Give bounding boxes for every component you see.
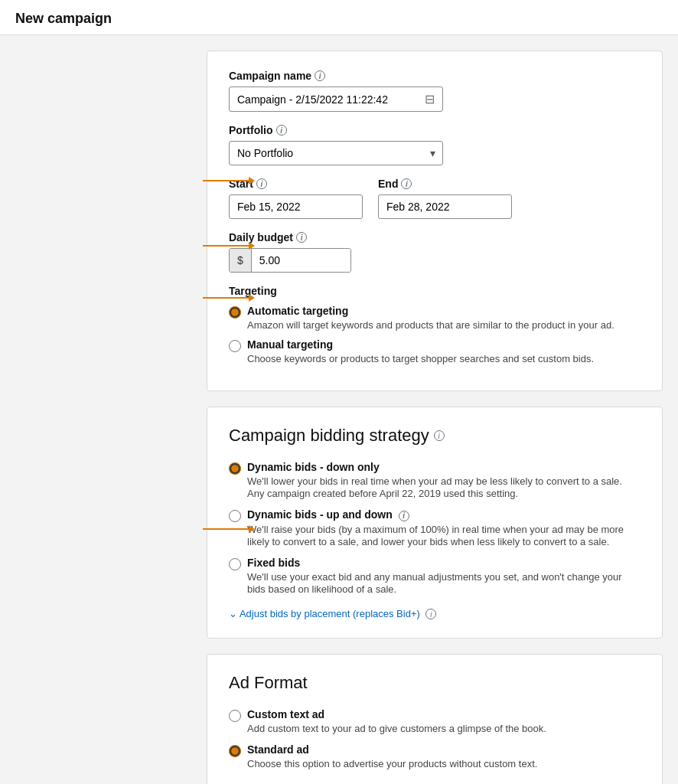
- budget-prefix: $: [230, 249, 252, 272]
- start-date-info-icon[interactable]: i: [256, 178, 267, 189]
- page-title: New campaign: [0, 0, 678, 35]
- daily-budget-input-wrapper: $: [229, 248, 351, 273]
- adjust-bids-link[interactable]: ⌄ Adjust bids by placement (replaces Bid…: [229, 608, 436, 619]
- fixed-bids-option: Fixed bids We'll use your exact bid and …: [229, 557, 641, 595]
- arrow-bidding: [203, 525, 255, 533]
- sidebar: [0, 35, 207, 784]
- campaign-name-input[interactable]: [237, 93, 425, 106]
- targeting-label: Targeting: [229, 285, 641, 297]
- dynamic-down-option: Dynamic bids - down only We'll lower you…: [229, 461, 641, 499]
- start-date-input[interactable]: [229, 194, 363, 219]
- dynamic-updown-text: Dynamic bids - up and down i We'll raise…: [247, 508, 641, 547]
- arrow-start-date: [203, 177, 255, 185]
- adjust-bids-info-icon[interactable]: i: [425, 609, 436, 619]
- campaign-name-calendar-icon: ⊟: [425, 92, 435, 106]
- auto-targeting-option: Automatic targeting Amazon will target k…: [229, 305, 641, 331]
- daily-budget-label: Daily budget i: [229, 231, 641, 243]
- custom-text-ad-label: Custom text ad: [247, 708, 546, 720]
- custom-text-ad-text: Custom text ad Add custom text to your a…: [247, 708, 546, 734]
- portfolio-select[interactable]: No Portfolio: [229, 141, 443, 165]
- dynamic-updown-label: Dynamic bids - up and down i: [247, 508, 641, 521]
- auto-targeting-text: Automatic targeting Amazon will target k…: [247, 305, 614, 331]
- campaign-name-input-wrapper: ⊟: [229, 87, 443, 112]
- auto-targeting-radio[interactable]: [229, 306, 241, 318]
- auto-targeting-label: Automatic targeting: [247, 305, 614, 317]
- custom-text-ad-desc: Add custom text to your ad to give custo…: [247, 723, 546, 734]
- dynamic-down-label: Dynamic bids - down only: [247, 461, 641, 473]
- standard-ad-radio[interactable]: [229, 745, 241, 757]
- campaign-settings-card: Campaign name i ⊟ Portfolio i No Portfol…: [207, 51, 663, 391]
- campaign-name-field: Campaign name i ⊟: [229, 70, 641, 112]
- dynamic-updown-desc: We'll raise your bids (by a maximum of 1…: [247, 524, 624, 547]
- dynamic-down-text: Dynamic bids - down only We'll lower you…: [247, 461, 641, 499]
- date-row: Start i End i: [229, 178, 641, 219]
- campaign-name-label: Campaign name i: [229, 70, 641, 82]
- end-date-info-icon[interactable]: i: [401, 178, 412, 189]
- arrow-daily-budget: [203, 242, 255, 250]
- targeting-section: Targeting Automatic targeting Amazon wil…: [229, 285, 641, 364]
- ad-format-title: Ad Format: [229, 673, 641, 693]
- fixed-bids-radio[interactable]: [229, 558, 241, 570]
- dynamic-down-radio[interactable]: [229, 462, 241, 475]
- content-area: Campaign name i ⊟ Portfolio i No Portfol…: [207, 35, 678, 784]
- ad-format-card: Ad Format Custom text ad Add custom text…: [207, 654, 663, 784]
- end-date-field: End i: [378, 178, 512, 219]
- bidding-strategy-info-icon[interactable]: i: [434, 430, 445, 441]
- arrow-targeting: [203, 294, 255, 302]
- custom-text-ad-radio[interactable]: [229, 710, 241, 722]
- portfolio-field: Portfolio i No Portfolio ▾: [229, 124, 641, 165]
- portfolio-label: Portfolio i: [229, 124, 641, 136]
- dynamic-updown-radio[interactable]: [229, 510, 241, 522]
- standard-ad-label: Standard ad: [247, 743, 537, 756]
- dynamic-down-desc: We'll lower your bids in real time when …: [247, 475, 622, 499]
- portfolio-select-wrapper: No Portfolio ▾: [229, 141, 443, 165]
- portfolio-info-icon[interactable]: i: [276, 125, 287, 136]
- campaign-name-info-icon[interactable]: i: [315, 70, 325, 81]
- auto-targeting-desc: Amazon will target keywords and products…: [247, 319, 614, 331]
- dynamic-updown-info-icon[interactable]: i: [399, 511, 409, 521]
- bidding-strategy-title: Campaign bidding strategy i: [229, 426, 641, 446]
- manual-targeting-radio[interactable]: [229, 340, 241, 352]
- manual-targeting-option: Manual targeting Choose keywords or prod…: [229, 338, 641, 364]
- end-date-input[interactable]: [378, 194, 512, 219]
- bidding-strategy-card: Campaign bidding strategy i Dynamic bids…: [207, 407, 663, 639]
- standard-ad-desc: Choose this option to advertise your pro…: [247, 758, 537, 769]
- daily-budget-input[interactable]: [252, 249, 350, 272]
- fixed-bids-desc: We'll use your exact bid and any manual …: [247, 571, 622, 595]
- manual-targeting-label: Manual targeting: [247, 338, 594, 351]
- daily-budget-field: Daily budget i $: [229, 231, 641, 273]
- end-date-label: End i: [378, 178, 512, 190]
- daily-budget-info-icon[interactable]: i: [296, 232, 307, 243]
- standard-ad-option: Standard ad Choose this option to advert…: [229, 743, 641, 769]
- custom-text-ad-option: Custom text ad Add custom text to your a…: [229, 708, 641, 734]
- fixed-bids-label: Fixed bids: [247, 557, 641, 569]
- dynamic-updown-option: Dynamic bids - up and down i We'll raise…: [229, 508, 641, 547]
- manual-targeting-desc: Choose keywords or products to target sh…: [247, 353, 594, 364]
- manual-targeting-text: Manual targeting Choose keywords or prod…: [247, 338, 594, 364]
- standard-ad-text: Standard ad Choose this option to advert…: [247, 743, 537, 769]
- adjust-bids-row: ⌄ Adjust bids by placement (replaces Bid…: [229, 607, 641, 620]
- chevron-down-icon: ⌄: [229, 608, 237, 619]
- fixed-bids-text: Fixed bids We'll use your exact bid and …: [247, 557, 641, 595]
